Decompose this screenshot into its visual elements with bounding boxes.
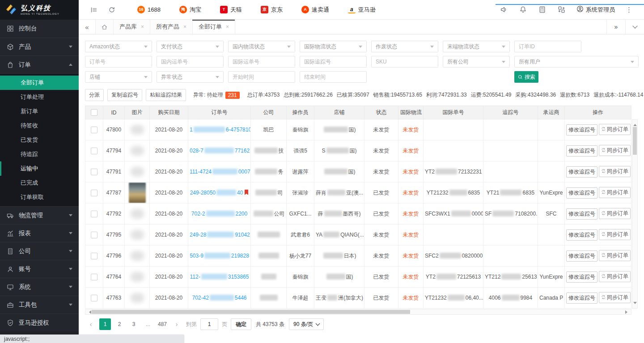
announcement-icon[interactable]: [494, 6, 513, 13]
sync-order-button[interactable]: 同步订单: [599, 166, 631, 177]
order-number-link[interactable]: 16-4757810: [190, 127, 251, 133]
edit-tracking-button[interactable]: 修改追踪号: [566, 166, 597, 178]
filter-select-国内物流状态[interactable]: 国内物流状态: [228, 41, 295, 52]
row-checkbox[interactable]: [91, 211, 97, 217]
exception-count-badge[interactable]: 231: [225, 92, 240, 99]
sync-order-button[interactable]: 同步订单: [599, 145, 631, 156]
collapse-sidebar-icon[interactable]: [85, 6, 103, 13]
sync-order-button[interactable]: 同步订单: [599, 124, 631, 135]
order-number-link[interactable]: 249-2805040: [190, 190, 243, 196]
horizontal-scrollbar-thumb[interactable]: [92, 310, 410, 314]
close-icon[interactable]: ×: [141, 24, 144, 30]
sync-order-button[interactable]: 同步订单: [599, 229, 631, 240]
scroll-tabs-left-icon[interactable]: «: [79, 20, 96, 34]
marketplace-link-5[interactable]: a亚马逊: [339, 6, 385, 14]
filter-select-作废状态[interactable]: 作废状态: [371, 41, 438, 52]
search-button[interactable]: 搜索: [514, 71, 538, 83]
sidebar-subitem-1[interactable]: 订单处理: [0, 90, 79, 104]
filter-select-异常状态[interactable]: 异常状态: [157, 71, 224, 83]
edit-tracking-button[interactable]: 修改追踪号: [566, 250, 597, 262]
horizontal-scrollbar[interactable]: [85, 309, 631, 315]
tab-所有产品[interactable]: 所有产品×: [150, 20, 193, 34]
row-checkbox[interactable]: [91, 148, 97, 154]
filter-select-支付状态[interactable]: 支付状态: [157, 41, 224, 52]
order-number-link[interactable]: 702-22200: [191, 211, 247, 217]
notifications-bell-icon[interactable]: [513, 6, 533, 13]
sidebar-item-3[interactable]: 物流管理: [0, 206, 79, 224]
calculator-icon[interactable]: [533, 6, 552, 13]
sidebar-item-1[interactable]: 产品: [0, 38, 79, 55]
toolbar-button-1[interactable]: 复制追踪号: [107, 89, 142, 101]
filter-input-开始时间[interactable]: [228, 71, 295, 83]
sidebar-subitem-7[interactable]: 已完成: [0, 176, 79, 190]
confirm-page-button[interactable]: 确定: [231, 318, 251, 330]
sidebar-item-7[interactable]: 系统: [0, 278, 79, 296]
row-checkbox[interactable]: [91, 295, 97, 301]
sidebar-item-6[interactable]: 账号: [0, 260, 79, 278]
goto-page-input[interactable]: [200, 318, 218, 330]
marketplace-link-0[interactable]: 161688: [128, 6, 170, 14]
next-page-button[interactable]: ›: [171, 318, 182, 330]
edit-tracking-button[interactable]: 修改追踪号: [566, 229, 597, 241]
order-number-link[interactable]: 112-3153865: [190, 274, 249, 280]
page-button-3[interactable]: 3: [128, 318, 140, 330]
filter-select-所有公司[interactable]: 所有公司: [443, 56, 510, 68]
edit-tracking-button[interactable]: 修改追踪号: [566, 187, 597, 199]
filter-input-SKU[interactable]: [371, 56, 438, 68]
edit-tracking-button[interactable]: 修改追踪号: [566, 208, 597, 220]
sync-order-button[interactable]: 同步订单: [599, 271, 631, 282]
filter-select-末端物流状态[interactable]: 末端物流状态: [443, 41, 510, 52]
sidebar-subitem-3[interactable]: 待签收: [0, 119, 79, 133]
prev-page-button[interactable]: ‹: [85, 318, 97, 330]
user-menu[interactable]: 系统管理员: [571, 5, 620, 14]
sync-order-button[interactable]: 同步订单: [599, 187, 631, 198]
filter-select-所有用户[interactable]: 所有用户: [514, 56, 639, 68]
filter-input-国际运单号[interactable]: [228, 56, 295, 68]
refresh-icon[interactable]: [103, 6, 121, 13]
toolbar-button-2[interactable]: 粘贴追踪结果: [146, 89, 186, 101]
page-button-2[interactable]: 2: [114, 318, 125, 330]
order-number-link[interactable]: 028-777162: [190, 148, 250, 154]
more-vertical-icon[interactable]: ⋮: [620, 6, 638, 14]
sidebar-subitem-0[interactable]: 全部订单: [0, 76, 79, 90]
currency-exchange-icon[interactable]: [552, 6, 571, 13]
sidebar-item-2[interactable]: 订单: [0, 55, 79, 73]
order-number-link[interactable]: 503-9219828: [190, 253, 249, 259]
tab-产品库[interactable]: 产品库×: [114, 20, 150, 34]
scroll-tabs-right-icon[interactable]: »: [606, 20, 625, 34]
sidebar-subitem-4[interactable]: 已发货: [0, 133, 79, 147]
filter-input-国际追踪号[interactable]: [300, 56, 367, 68]
filter-input-国内运单号[interactable]: [157, 56, 224, 68]
toolbar-button-0[interactable]: 分派: [85, 89, 104, 101]
row-checkbox[interactable]: [91, 190, 97, 196]
sidebar-subitem-5[interactable]: 待追踪: [0, 147, 79, 161]
page-button-487[interactable]: 487: [157, 318, 168, 330]
edit-tracking-button[interactable]: 修改追踪号: [566, 292, 597, 304]
tab-options-icon[interactable]: [625, 20, 644, 34]
order-number-link[interactable]: 702-425446: [192, 295, 246, 301]
vertical-scrollbar-thumb[interactable]: [633, 127, 637, 155]
page-button-1[interactable]: 1: [99, 318, 111, 330]
marketplace-link-4[interactable]: A速卖通: [292, 6, 339, 14]
close-icon[interactable]: ×: [226, 24, 229, 30]
sidebar-item-9[interactable]: 亚马逊授权: [0, 313, 79, 331]
sidebar-item-5[interactable]: 公司: [0, 242, 79, 260]
sync-order-button[interactable]: 同步订单: [599, 292, 631, 303]
filter-input-订单号[interactable]: [85, 56, 152, 68]
tab-全部订单[interactable]: 全部订单×: [193, 20, 235, 34]
marketplace-link-3[interactable]: 京京东: [251, 6, 292, 14]
close-icon[interactable]: ×: [183, 24, 186, 30]
row-checkbox[interactable]: [91, 274, 97, 280]
filter-select-国际物流状态[interactable]: 国际物流状态: [300, 41, 367, 52]
marketplace-link-1[interactable]: 淘淘宝: [170, 6, 211, 14]
row-checkbox[interactable]: [91, 127, 97, 133]
edit-tracking-button[interactable]: 修改追踪号: [566, 124, 597, 136]
sidebar-subitem-8[interactable]: 订单获取: [0, 190, 79, 204]
select-all-checkbox[interactable]: [91, 109, 97, 116]
filter-select-店铺[interactable]: 店铺: [85, 71, 152, 83]
sidebar-item-8[interactable]: 工具包: [0, 296, 79, 313]
home-tab[interactable]: [96, 20, 114, 34]
row-checkbox[interactable]: [91, 169, 97, 175]
sidebar-item-4[interactable]: 报表: [0, 224, 79, 242]
filter-input-订单ID[interactable]: [514, 41, 581, 52]
